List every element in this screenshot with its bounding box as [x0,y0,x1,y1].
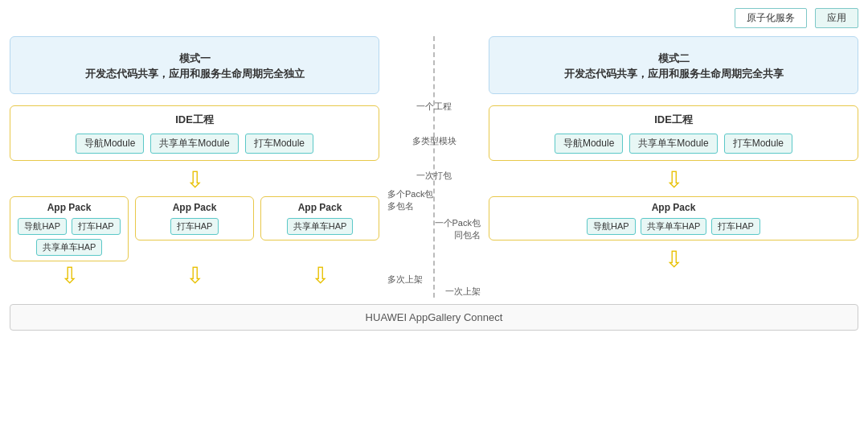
left-mode-box: 模式一 开发态代码共享，应用和服务生命周期完全独立 [10,36,379,94]
root-container: 原子化服务 应用 模式一 开发态代码共享，应用和服务生命周期完全独立 IDE工程… [0,0,868,339]
left-module-taxi: 打车Module [245,134,313,154]
div-label-7: 同包名 [454,229,481,241]
right-module-row: 导航Module 共享单车Module 打车Module [497,134,850,154]
right-arrow-2: ⇩ [489,249,858,271]
left-arrow-down-1: ⇩ [186,169,204,191]
left-hap-taxi: 打车HAP [72,218,121,235]
right-hap-taxi: 打车HAP [711,218,760,235]
left-hap-nav: 导航HAP [18,218,67,235]
left-pack-3-title: App Pack [268,202,372,213]
divider-labels: 一个工程 多类型模块 一次打包 多个Pack包 多包名 一个Pack包 同包名 … [386,36,482,298]
left-arrow-cell-1: ⇩ [10,265,129,287]
div-labels-shelf: 多次上架 一次上架 [386,273,482,298]
left-arrows-bottom: ⇩ ⇩ ⇩ [10,265,379,287]
left-arrow-down-4: ⇩ [311,265,330,287]
right-hap-nav: 导航HAP [587,218,636,235]
left-column: 模式一 开发态代码共享，应用和服务生命周期完全独立 IDE工程 导航Module… [10,36,386,298]
right-module-taxi: 打车Module [724,134,792,154]
left-arrow-down-3: ⇩ [186,265,204,287]
left-module-bike: 共享单车Module [150,134,238,154]
right-column: 模式二 开发态代码共享，应用和服务生命周期完全共享 IDE工程 导航Module… [482,36,858,298]
left-arrow-1: ⇩ [10,169,379,191]
div-label-5: 多包名 [387,200,414,212]
left-pack-2: App Pack 打车HAP [135,196,254,240]
right-arrow-1: ⇩ [489,169,858,191]
right-pack-haps: 导航HAP 共享单车HAP 打车HAP [497,218,850,235]
div-label-2: 多类型模块 [412,135,457,147]
left-pack-1-title: App Pack [17,202,121,213]
left-ide-box: IDE工程 导航Module 共享单车Module 打车Module [10,105,379,161]
div-label-8: 多次上架 [386,273,482,286]
div-label-4: 多个Pack包 [387,188,433,200]
main-cols: 模式一 开发态代码共享，应用和服务生命周期完全独立 IDE工程 导航Module… [10,36,858,298]
legend-app: 应用 [815,8,858,28]
left-hap-bike-2: 共享单车HAP [287,218,354,235]
left-arrow-cell-3: ⇩ [260,265,379,287]
left-hap-bike: 共享单车HAP [36,239,103,256]
right-module-nav: 导航Module [555,134,623,154]
right-ide-title: IDE工程 [497,113,850,127]
right-mode-box: 模式二 开发态代码共享，应用和服务生命周期完全共享 [489,36,858,94]
legend: 原子化服务 应用 [10,8,858,28]
left-arrow-cell-2: ⇩ [135,265,254,287]
legend-atomic: 原子化服务 [735,8,807,28]
left-pack-3: App Pack 共享单车HAP [260,196,379,240]
bottom-bar: HUAWEI AppGallery Connect [10,304,858,331]
div-label-3: 一次打包 [416,170,452,182]
left-pack-1-haps-1: 导航HAP 打车HAP [17,218,121,235]
div-labels-pack: 多个Pack包 多包名 [386,188,482,217]
right-ide-box: IDE工程 导航Module 共享单车Module 打车Module [489,105,858,161]
left-module-row: 导航Module 共享单车Module 打车Module [18,134,371,154]
right-mode-title-1: 模式二 [658,51,690,67]
right-pack-title: App Pack [497,202,850,213]
left-pack-section: App Pack 导航HAP 打车HAP 共享单车HAP App Pack 打车… [10,196,379,261]
left-pack-3-haps: 共享单车HAP [268,218,372,235]
left-pack-1-haps-2: 共享单车HAP [17,239,121,256]
left-pack-1: App Pack 导航HAP 打车HAP 共享单车HAP [10,196,129,261]
left-ide-title: IDE工程 [18,113,371,127]
right-mode-title-2: 开发态代码共享，应用和服务生命周期完全共享 [564,66,784,82]
left-pack-2-title: App Pack [142,202,247,213]
left-arrow-down-2: ⇩ [60,265,79,287]
left-hap-taxi-2: 打车HAP [170,218,219,235]
left-mode-title-2: 开发态代码共享，应用和服务生命周期完全独立 [85,66,305,82]
div-labels-pack2: 一个Pack包 同包名 [386,217,482,241]
div-label-9: 一次上架 [386,286,482,298]
right-pack-box: App Pack 导航HAP 共享单车HAP 打车HAP [489,196,858,240]
left-mode-title-1: 模式一 [179,51,211,67]
left-pack-2-haps: 打车HAP [142,218,247,235]
divider-column: 一个工程 多类型模块 一次打包 多个Pack包 多包名 一个Pack包 同包名 … [386,36,482,298]
left-module-nav: 导航Module [76,134,144,154]
right-arrow-down-1: ⇩ [665,169,683,191]
right-module-bike: 共享单车Module [629,134,717,154]
right-arrow-down-2: ⇩ [665,249,683,271]
div-label-1: 一个工程 [416,101,452,113]
div-label-6: 一个Pack包 [435,217,481,229]
right-hap-bike: 共享单车HAP [641,218,707,235]
